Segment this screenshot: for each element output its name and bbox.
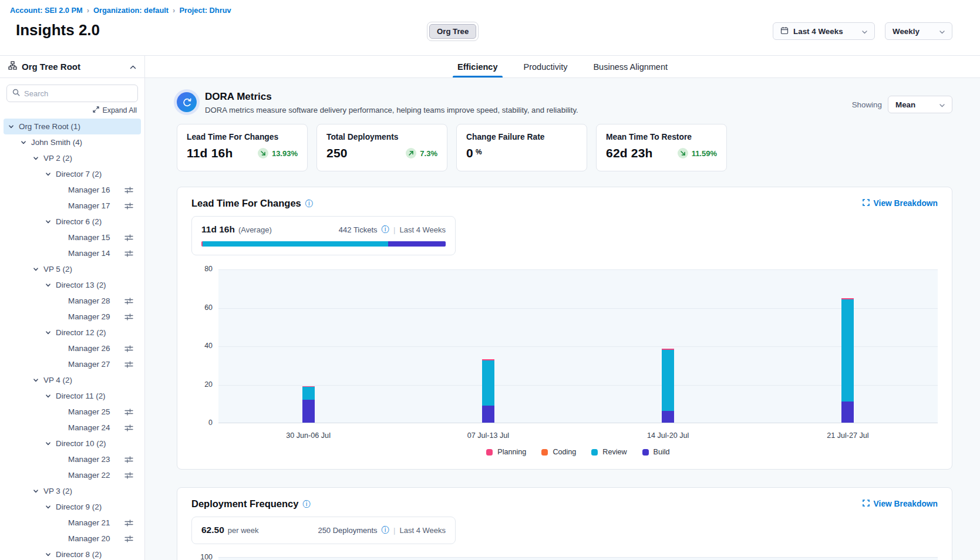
y-tick-label: 20 [204, 380, 213, 389]
info-icon[interactable]: ⓘ [382, 525, 390, 535]
tree-row[interactable]: Manager 29 [4, 309, 141, 325]
tree-row[interactable]: Director 13 (2) [4, 277, 141, 293]
chevron-down-icon[interactable] [7, 124, 15, 130]
header-controls: Last 4 Weeks Weekly [773, 22, 952, 40]
tree-row[interactable]: Director 10 (2) [4, 436, 141, 451]
breadcrumb-link[interactable]: Organization: default [93, 6, 169, 15]
sliders-icon[interactable] [124, 298, 133, 305]
tree-row[interactable]: Manager 20 [4, 531, 141, 546]
chevron-down-icon[interactable] [44, 441, 52, 447]
sliders-icon[interactable] [124, 250, 133, 257]
date-range-select[interactable]: Last 4 Weeks [773, 22, 875, 40]
granularity-select[interactable]: Weekly [885, 22, 952, 40]
stacked-bar-07-jul-13-jul[interactable] [482, 359, 494, 423]
tab-efficiency[interactable]: Efficiency [456, 56, 499, 77]
chevron-down-icon[interactable] [44, 504, 52, 510]
expand-corners-icon [863, 500, 870, 508]
expand-all-button[interactable]: Expand All [0, 106, 137, 114]
tree-row[interactable]: Manager 15 [4, 230, 141, 245]
tree-row[interactable]: Manager 21 [4, 515, 141, 531]
sliders-icon[interactable] [124, 409, 133, 416]
tree-row[interactable]: Director 12 (2) [4, 325, 141, 340]
chevron-down-icon[interactable] [44, 219, 52, 225]
deployment-frequency-card: Deployment Frequency ⓘ View Breakdown 62… [177, 487, 952, 560]
chevron-down-icon[interactable] [19, 140, 28, 146]
tree-row[interactable]: Manager 24 [4, 420, 141, 436]
chevron-down-icon [862, 27, 867, 36]
tree-row[interactable]: Org Tree Root (1) [4, 119, 141, 134]
stacked-bar-21-jul-27-jul[interactable] [841, 298, 854, 423]
search-input[interactable] [24, 89, 132, 98]
org-tree-sidebar: Org Tree Root Expand All Org Tree Root (… [0, 56, 145, 560]
date-range-value: Last 4 Weeks [793, 27, 843, 36]
gridline [218, 269, 938, 270]
tree-node-label: VP 5 (2) [43, 265, 72, 274]
breadcrumb-link[interactable]: Account: SEI 2.0 PM [10, 6, 83, 15]
tab-business-alignment[interactable]: Business Alignment [592, 56, 669, 77]
tree-row[interactable]: Manager 16 [4, 182, 141, 198]
legend-item-coding[interactable]: Coding [541, 448, 576, 456]
legend-swatch [591, 449, 598, 456]
metric-card-change-failure-rate: Change Failure Rate0% [456, 124, 587, 171]
tree-row[interactable]: Manager 28 [4, 293, 141, 309]
tree-row[interactable]: Manager 23 [4, 451, 141, 467]
stacked-bar-14-jul-20-jul[interactable] [662, 349, 674, 423]
sliders-icon[interactable] [124, 424, 133, 431]
info-icon[interactable]: ⓘ [305, 198, 314, 209]
tree-row[interactable]: Manager 17 [4, 198, 141, 214]
collapse-chevron-icon[interactable] [130, 62, 136, 72]
dora-titles: DORA Metrics DORA metrics measure softwa… [205, 91, 578, 114]
deployment-view-breakdown[interactable]: View Breakdown [863, 500, 938, 508]
tree-row[interactable]: Director 9 (2) [4, 499, 141, 515]
legend-item-planning[interactable]: Planning [486, 448, 526, 456]
tree-row[interactable]: Director 6 (2) [4, 214, 141, 230]
tree-row[interactable]: Director 7 (2) [4, 166, 141, 182]
info-icon[interactable]: ⓘ [302, 499, 311, 510]
insights-page: Account: SEI 2.0 PM›Organization: defaul… [0, 0, 980, 560]
chevron-down-icon[interactable] [44, 171, 52, 177]
legend-item-build[interactable]: Build [642, 448, 670, 456]
tree-node-label: VP 3 (2) [43, 487, 72, 495]
legend-item-review[interactable]: Review [591, 448, 627, 456]
tree-row[interactable]: Manager 26 [4, 340, 141, 356]
y-tick-label: 0 [208, 419, 213, 427]
tree-row[interactable]: Director 11 (2) [4, 388, 141, 404]
breadcrumb-link[interactable]: Project: Dhruv [179, 6, 231, 15]
sliders-icon[interactable] [124, 313, 133, 321]
sliders-icon[interactable] [124, 345, 133, 352]
tree-row[interactable]: Director 8 (2) [4, 546, 141, 560]
chevron-down-icon[interactable] [44, 552, 52, 558]
lead-time-title: Lead Time For Changes [191, 198, 301, 209]
tab-productivity[interactable]: Productivity [523, 56, 569, 77]
tree-row[interactable]: VP 4 (2) [4, 372, 141, 388]
info-icon[interactable]: ⓘ [382, 224, 390, 235]
chevron-down-icon[interactable] [32, 266, 40, 272]
tree-row[interactable]: Manager 25 [4, 404, 141, 420]
sliders-icon[interactable] [124, 187, 133, 194]
y-tick-label: 40 [204, 342, 213, 350]
sliders-icon[interactable] [124, 472, 133, 479]
tree-row[interactable]: VP 3 (2) [4, 483, 141, 499]
sliders-icon[interactable] [124, 519, 133, 527]
showing-select[interactable]: Mean [888, 96, 952, 113]
sliders-icon[interactable] [124, 234, 133, 241]
tree-row[interactable]: VP 5 (2) [4, 261, 141, 277]
chevron-down-icon[interactable] [32, 377, 40, 383]
sliders-icon[interactable] [124, 535, 133, 542]
tree-row[interactable]: Manager 14 [4, 245, 141, 261]
tree-row[interactable]: Manager 22 [4, 467, 141, 483]
chevron-down-icon[interactable] [44, 330, 52, 336]
tree-row[interactable]: Manager 27 [4, 356, 141, 372]
tree-row[interactable]: John Smith (4) [4, 134, 141, 150]
sliders-icon[interactable] [124, 361, 133, 368]
chevron-down-icon[interactable] [44, 282, 52, 288]
chevron-down-icon[interactable] [44, 393, 52, 399]
org-tree-button[interactable]: Org Tree [429, 24, 476, 39]
chevron-down-icon[interactable] [32, 156, 40, 161]
sliders-icon[interactable] [124, 203, 133, 210]
stacked-bar-30-jun-06-jul[interactable] [302, 386, 315, 423]
sliders-icon[interactable] [124, 456, 133, 463]
lead-time-view-breakdown[interactable]: View Breakdown [863, 199, 938, 208]
tree-row[interactable]: VP 2 (2) [4, 150, 141, 166]
chevron-down-icon[interactable] [32, 488, 40, 494]
